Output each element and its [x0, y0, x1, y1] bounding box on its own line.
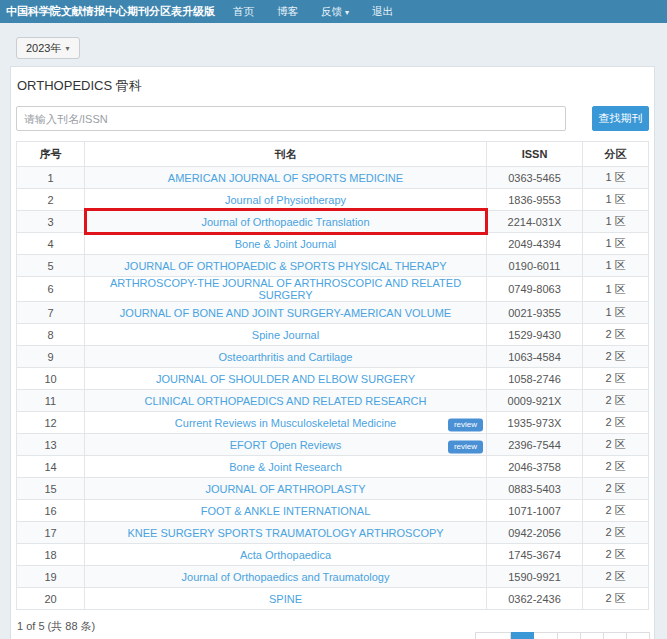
row-number-cell: 2 — [17, 189, 85, 211]
issn-cell: 2214-031X — [487, 211, 583, 233]
journal-name-link[interactable]: FOOT & ANKLE INTERNATIONAL — [201, 505, 371, 517]
zone-cell: 2 区 — [583, 434, 649, 456]
journal-name-link[interactable]: Journal of Orthopaedics and Traumatology — [182, 571, 390, 583]
table-row: 7 JOURNAL OF BONE AND JOINT SURGERY-AMER… — [17, 302, 649, 324]
table-row: 20 SPINE 0362-2436 2 区 — [17, 588, 649, 610]
search-journal-button[interactable]: 查找期刊 — [592, 106, 649, 131]
chevron-down-icon: ▾ — [65, 44, 69, 53]
journal-name-cell: Journal of Orthopaedic Translation — [85, 211, 487, 233]
journal-name-link[interactable]: Journal of Orthopaedic Translation — [201, 216, 369, 228]
row-number-cell: 9 — [17, 346, 85, 368]
journal-name-cell: Acta Orthopaedica — [85, 544, 487, 566]
year-dropdown-button[interactable]: 2023年 ▾ — [16, 37, 80, 59]
row-number-cell: 5 — [17, 255, 85, 277]
nav-item-feedback[interactable]: 反馈▾ — [321, 5, 349, 19]
journal-name-cell: Osteoarthritis and Cartilage — [85, 346, 487, 368]
nav-item-logout[interactable]: 退出 — [372, 5, 393, 19]
page-button[interactable]: 5 — [604, 632, 627, 639]
content-card: ORTHOPEDICS 骨科 查找期刊 序号 刊名 ISSN 分区 1 — [10, 66, 655, 639]
nav-item-blog[interactable]: 博客 — [277, 5, 298, 19]
journal-name-link[interactable]: CLINICAL ORTHOPAEDICS AND RELATED RESEAR… — [145, 395, 427, 407]
journal-name-cell: CLINICAL ORTHOPAEDICS AND RELATED RESEAR… — [85, 390, 487, 412]
journal-name-cell: EFORT Open Reviews review — [85, 434, 487, 456]
app-navbar: 中国科学院文献情报中心期刊分区表升级版 首页 博客 反馈▾ 退出 — [0, 0, 667, 23]
nav-item-label: 博客 — [277, 5, 298, 17]
journal-name-link[interactable]: JOURNAL OF SHOULDER AND ELBOW SURGERY — [156, 373, 415, 385]
table-row: 19 Journal of Orthopaedics and Traumatol… — [17, 566, 649, 588]
journals-table: 序号 刊名 ISSN 分区 1 AMERICAN JOURNAL OF SPOR… — [16, 141, 649, 610]
zone-cell: 2 区 — [583, 522, 649, 544]
table-row: 17 KNEE SURGERY SPORTS TRAUMATOLOGY ARTH… — [17, 522, 649, 544]
chevron-down-icon: ▾ — [345, 8, 349, 17]
issn-cell: 0362-2436 — [487, 588, 583, 610]
journal-name-link[interactable]: Current Reviews in Musculoskeletal Medic… — [175, 417, 396, 429]
brand-title[interactable]: 中国科学院文献情报中心期刊分区表升级版 — [6, 4, 215, 19]
table-row: 10 JOURNAL OF SHOULDER AND ELBOW SURGERY… — [17, 368, 649, 390]
row-number-cell: 18 — [17, 544, 85, 566]
journal-name-link[interactable]: Journal of Physiotherapy — [225, 194, 346, 206]
nav-item-label: 反馈 — [321, 5, 342, 17]
zone-cell: 2 区 — [583, 478, 649, 500]
col-header-issn: ISSN — [487, 142, 583, 167]
year-dropdown-label: 2023年 — [26, 41, 61, 56]
row-number-cell: 7 — [17, 302, 85, 324]
table-row: 4 Bone & Joint Journal 2049-4394 1 区 — [17, 233, 649, 255]
row-number-cell: 14 — [17, 456, 85, 478]
issn-cell: 1745-3674 — [487, 544, 583, 566]
journal-name-link[interactable]: JOURNAL OF ARTHROPLASTY — [205, 483, 365, 495]
journal-name-cell: AMERICAN JOURNAL OF SPORTS MEDICINE — [85, 167, 487, 189]
nav-item-home[interactable]: 首页 — [233, 5, 254, 19]
zone-cell: 1 区 — [583, 167, 649, 189]
row-number-cell: 4 — [17, 233, 85, 255]
table-row: 6 ARTHROSCOPY-THE JOURNAL OF ARTHROSCOPI… — [17, 277, 649, 302]
page-button[interactable]: 2 — [534, 632, 557, 639]
page-button[interactable]: » — [627, 632, 650, 639]
page-button[interactable]: 1 — [511, 632, 534, 639]
col-header-no: 序号 — [17, 142, 85, 167]
journal-name-cell: FOOT & ANKLE INTERNATIONAL — [85, 500, 487, 522]
journal-name-link[interactable]: KNEE SURGERY SPORTS TRAUMATOLOGY ARTHROS… — [127, 527, 443, 539]
journal-name-cell: JOURNAL OF BONE AND JOINT SURGERY-AMERIC… — [85, 302, 487, 324]
table-row: 14 Bone & Joint Research 2046-3758 2 区 — [17, 456, 649, 478]
issn-cell: 0883-5403 — [487, 478, 583, 500]
journal-name-link[interactable]: JOURNAL OF BONE AND JOINT SURGERY-AMERIC… — [120, 307, 451, 319]
table-row: 5 JOURNAL OF ORTHOPAEDIC & SPORTS PHYSIC… — [17, 255, 649, 277]
journal-name-link[interactable]: Bone & Joint Research — [229, 461, 342, 473]
col-header-zone: 分区 — [583, 142, 649, 167]
row-number-cell: 8 — [17, 324, 85, 346]
zone-cell: 2 区 — [583, 368, 649, 390]
zone-cell: 2 区 — [583, 588, 649, 610]
journal-name-link[interactable]: ARTHROSCOPY-THE JOURNAL OF ARTHROSCOPIC … — [110, 277, 461, 301]
page: 中国科学院文献情报中心期刊分区表升级版 首页 博客 反馈▾ 退出 2023年 ▾… — [0, 0, 667, 639]
zone-cell: 2 区 — [583, 544, 649, 566]
search-bar: 查找期刊 — [16, 106, 649, 131]
zone-cell: 1 区 — [583, 189, 649, 211]
nav-item-label: 退出 — [372, 5, 393, 17]
page-button[interactable]: 3 — [558, 632, 581, 639]
issn-cell: 0363-5465 — [487, 167, 583, 189]
journal-name-link[interactable]: SPINE — [269, 593, 302, 605]
page-button[interactable]: « — [475, 632, 511, 639]
journal-name-link[interactable]: JOURNAL OF ORTHOPAEDIC & SPORTS PHYSICAL… — [124, 260, 446, 272]
journal-name-link[interactable]: Osteoarthritis and Cartilage — [219, 351, 353, 363]
page-button[interactable]: 4 — [581, 632, 604, 639]
journal-name-link[interactable]: AMERICAN JOURNAL OF SPORTS MEDICINE — [168, 172, 403, 184]
row-number-cell: 20 — [17, 588, 85, 610]
journal-name-link[interactable]: Spine Journal — [252, 329, 319, 341]
journal-name-link[interactable]: EFORT Open Reviews — [230, 439, 341, 451]
zone-cell: 1 区 — [583, 233, 649, 255]
journal-name-link[interactable]: Bone & Joint Journal — [235, 238, 337, 250]
journal-name-cell: JOURNAL OF SHOULDER AND ELBOW SURGERY — [85, 368, 487, 390]
search-input[interactable] — [16, 106, 566, 131]
issn-cell: 0009-921X — [487, 390, 583, 412]
journal-name-link[interactable]: Acta Orthopaedica — [240, 549, 331, 561]
table-row: 8 Spine Journal 1529-9430 2 区 — [17, 324, 649, 346]
row-number-cell: 19 — [17, 566, 85, 588]
table-row: 2 Journal of Physiotherapy 1836-9553 1 区 — [17, 189, 649, 211]
issn-cell: 2396-7544 — [487, 434, 583, 456]
row-number-cell: 12 — [17, 412, 85, 434]
nav-menu: 首页 博客 反馈▾ 退出 — [233, 5, 416, 19]
zone-cell: 2 区 — [583, 500, 649, 522]
col-header-name: 刊名 — [85, 142, 487, 167]
table-row: 15 JOURNAL OF ARTHROPLASTY 0883-5403 2 区 — [17, 478, 649, 500]
